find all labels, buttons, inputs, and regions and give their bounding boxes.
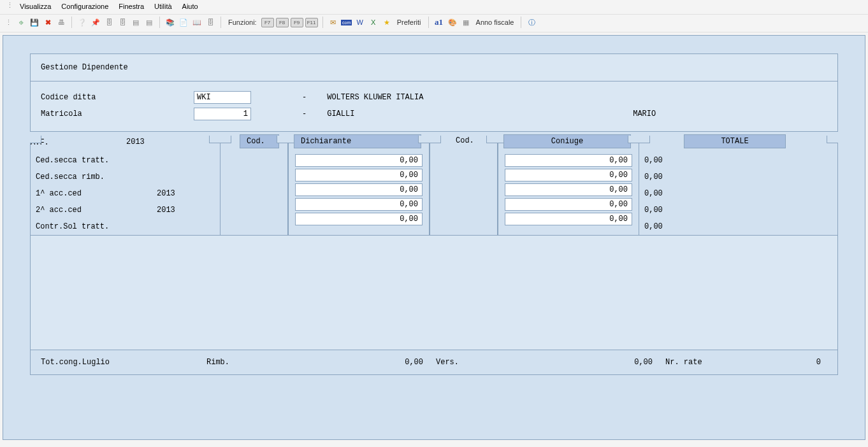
tot-4: 0,00	[644, 218, 832, 235]
menu-configurazione[interactable]: Configurazione	[56, 1, 113, 11]
print-icon[interactable]: 🖶	[55, 17, 67, 28]
db1-icon[interactable]: 🗄	[103, 17, 115, 28]
blank-area	[30, 236, 838, 350]
col-coniuge: Coniuge	[498, 136, 639, 236]
f9-key[interactable]: F9	[291, 18, 303, 27]
col-cod2: Cod.	[430, 136, 498, 236]
vers-label: Vers.	[423, 358, 474, 367]
row-1-label: Ced.secca rimb.	[36, 173, 157, 181]
panel-title: Gestione Dipendente	[31, 54, 837, 82]
codice-ditta-desc: WOLTERS KLUWER ITALIA	[327, 93, 423, 102]
grid: A.F. 2013 Ced.secca tratt. Ced.secca rim…	[30, 136, 838, 236]
f8-key[interactable]: F8	[276, 18, 289, 27]
menu-utilita[interactable]: Utilità	[149, 1, 177, 11]
dichiarante-header: Dichiarante	[294, 134, 421, 148]
menu-visualizza[interactable]: Visualizza	[15, 1, 56, 11]
vers-value: 0,00	[474, 358, 653, 367]
excel-icon[interactable]: X	[368, 17, 379, 28]
mail-icon[interactable]: ✉	[328, 17, 339, 28]
col-af: A.F. 2013 Ced.secca tratt. Ced.secca rim…	[30, 136, 220, 236]
books-icon[interactable]: 📚	[164, 17, 176, 28]
tot-cong-label: Tot.cong.Luglio	[41, 358, 206, 367]
footer-panel: Tot.cong.Luglio Rimb. 0,00 Vers. 0,00 Nr…	[30, 350, 838, 375]
con-4[interactable]	[505, 213, 632, 225]
doc1-icon[interactable]: ▤	[130, 17, 141, 28]
header-panel: Gestione Dipendente Codice ditta - WOLTE…	[30, 53, 838, 132]
nr-rate-value: 0	[716, 358, 827, 367]
rimb-label: Rimb.	[206, 358, 245, 367]
workspace: Gestione Dipendente Codice ditta - WOLTE…	[3, 35, 865, 440]
row-0-label: Ced.secca tratt.	[36, 156, 157, 165]
coniuge-header: Coniuge	[503, 134, 631, 148]
row-2-year: 2013	[157, 189, 175, 198]
doc2-icon[interactable]: ▤	[143, 17, 155, 28]
delete-icon[interactable]: ✖	[42, 17, 54, 28]
row-3-year: 2013	[157, 206, 175, 215]
af-year-header: 2013	[126, 138, 145, 146]
matricola-label: Matricola	[41, 110, 194, 118]
menu-aiuto[interactable]: Aiuto	[177, 1, 203, 11]
word-icon[interactable]: W	[354, 17, 366, 28]
db3-icon[interactable]: 🗄	[205, 17, 216, 28]
row-2-label: 1^ acc.ced	[36, 189, 157, 198]
palette-icon[interactable]: 🎨	[447, 17, 458, 28]
con-2[interactable]	[505, 183, 632, 196]
com-icon[interactable]: com	[341, 17, 352, 28]
dash-1: -	[251, 93, 314, 102]
dich-1[interactable]	[295, 169, 423, 181]
row-4-label: Contr.Sol tratt.	[36, 222, 157, 231]
help-icon[interactable]: ❔	[76, 17, 88, 28]
rimb-value: 0,00	[245, 358, 423, 367]
totale-header: TOTALE	[684, 134, 786, 148]
dich-0[interactable]	[295, 154, 423, 167]
tot-2: 0,00	[644, 185, 832, 202]
con-1[interactable]	[505, 169, 632, 181]
col-cod1: Cod.	[220, 136, 288, 236]
pushpin-icon[interactable]: 📌	[90, 17, 101, 28]
cod1-header: Cod.	[240, 134, 279, 148]
f7-key[interactable]: F7	[261, 18, 274, 27]
info-icon[interactable]: ⓘ	[526, 17, 537, 28]
star-icon[interactable]: ★	[381, 17, 393, 28]
col-totale: TOTALE 0,00 0,00 0,00 0,00 0,00	[639, 136, 838, 236]
toolbar: ⋮ ⎆ 💾 ✖ 🖶 ❔ 📌 🗄 🗄 ▤ ▤ 📚 📄 📖 🗄 Funzioni: …	[0, 15, 868, 32]
calendar-icon[interactable]: ▦	[460, 17, 472, 28]
save-icon[interactable]: 💾	[29, 17, 40, 28]
preferiti-label[interactable]: Preferiti	[394, 18, 424, 26]
col-dichiarante: Dichiarante	[288, 136, 430, 236]
tot-1: 0,00	[644, 169, 832, 185]
dash-2: -	[251, 110, 314, 118]
con-0[interactable]	[505, 154, 632, 167]
dich-4[interactable]	[295, 213, 423, 225]
page-icon[interactable]: 📄	[178, 17, 189, 28]
db2-icon[interactable]: 🗄	[117, 17, 128, 28]
matricola-firstname: MARIO	[633, 110, 656, 118]
matricola-lastname: GIALLI	[327, 110, 633, 118]
nr-rate-label: Nr. rate	[653, 358, 716, 367]
f11-key[interactable]: F11	[305, 18, 318, 27]
con-3[interactable]	[505, 198, 632, 211]
codice-ditta-label: Codice ditta	[41, 93, 194, 102]
tot-3: 0,00	[644, 202, 832, 218]
dich-3[interactable]	[295, 198, 423, 211]
menubar: ⋮ Visualizza Configurazione Finestra Uti…	[0, 0, 868, 15]
row-3-label: 2^ acc.ced	[36, 206, 157, 215]
menu-finestra[interactable]: Finestra	[113, 1, 149, 11]
tot-0: 0,00	[644, 152, 832, 169]
exit-icon[interactable]: ⎆	[15, 17, 27, 28]
cod2-header: Cod.	[449, 134, 489, 148]
book-icon[interactable]: 📖	[191, 17, 203, 28]
anno-fiscale-label[interactable]: Anno fiscale	[474, 18, 517, 26]
matricola-input[interactable]	[194, 108, 251, 120]
dich-2[interactable]	[295, 183, 423, 196]
codice-ditta-input[interactable]	[194, 91, 251, 104]
a1-icon[interactable]: a1	[433, 17, 445, 28]
funzioni-label: Funzioni:	[226, 18, 259, 26]
